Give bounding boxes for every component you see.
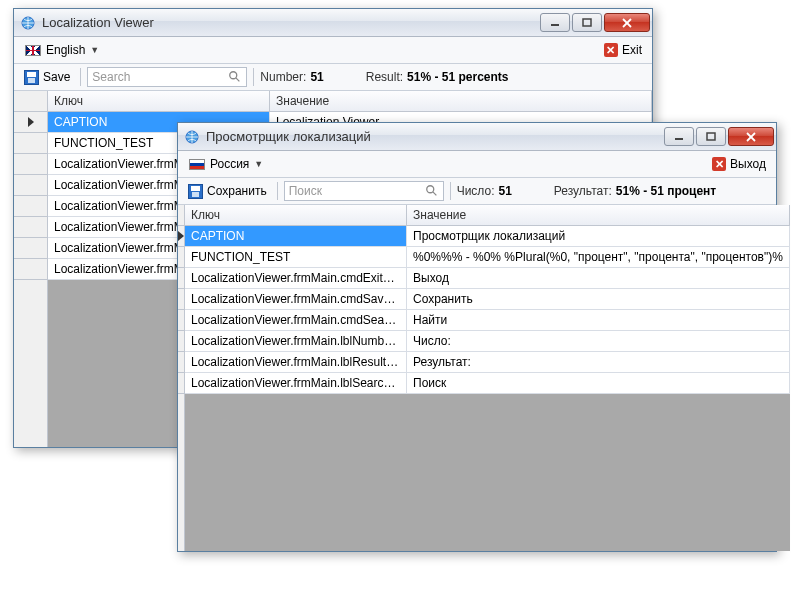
language-dropdown[interactable]: Россия ▼ [184,154,268,174]
column-value[interactable]: Значение [270,91,652,111]
cell-key[interactable]: LocalizationViewer.frmMain.cmdSave_Text [185,289,407,309]
maximize-button[interactable] [696,127,726,146]
table-row[interactable]: LocalizationViewer.frmMain.lblResult_Tex… [185,352,790,373]
toolbar-main: Сохранить Поиск Число: 51 Результат: 51%… [178,178,776,205]
data-grid: Ключ Значение CAPTIONПросмотрщик локализ… [178,205,776,551]
minimize-button[interactable] [664,127,694,146]
exit-icon: ✕ [604,43,618,57]
table-row[interactable]: LocalizationViewer.frmMain.cmdSave_TextС… [185,289,790,310]
number-label: Number: [260,70,306,84]
table-row[interactable]: CAPTIONПросмотрщик локализаций [185,226,790,247]
table-row[interactable]: LocalizationViewer.frmMain.lblNumber_Tex… [185,331,790,352]
result-label: Result: [366,70,403,84]
cell-value[interactable]: Найти [407,310,790,330]
search-input[interactable]: Поиск [284,181,444,201]
window-russian: Просмотрщик локализаций Россия ▼ ✕ Выход… [177,122,777,552]
svg-point-12 [426,186,433,193]
svg-line-6 [236,78,240,82]
save-label: Сохранить [207,184,267,198]
cell-value[interactable]: %0%%% - %0% %Plural(%0, "процент", "проц… [407,247,790,267]
column-key[interactable]: Ключ [48,91,270,111]
window-controls [664,127,774,146]
result-display: Результат: 51% - 51 процент [554,184,716,198]
titlebar[interactable]: Localization Viewer [14,9,652,37]
search-icon [425,184,439,198]
cell-key[interactable]: FUNCTION_TEST [185,247,407,267]
cell-value[interactable]: Результат: [407,352,790,372]
number-display: Число: 51 [457,184,512,198]
row-indicator [14,91,47,112]
grid-body: Ключ Значение CAPTIONПросмотрщик локализ… [185,205,790,551]
search-icon [228,70,242,84]
svg-rect-9 [707,133,715,140]
cell-value[interactable]: Сохранить [407,289,790,309]
save-icon [24,70,39,85]
cell-key[interactable]: LocalizationViewer.frmMain.cmdSearch_Tex… [185,310,407,330]
maximize-button[interactable] [572,13,602,32]
save-icon [188,184,203,199]
search-input[interactable]: Search [87,67,247,87]
cell-value[interactable]: Просмотрщик локализаций [407,226,790,246]
current-row-indicator [178,226,184,247]
chevron-down-icon: ▼ [254,159,263,169]
cell-key[interactable]: LocalizationViewer.frmMain.lblNumber_Tex… [185,331,407,351]
window-controls [540,13,650,32]
number-label: Число: [457,184,495,198]
cell-value[interactable]: Число: [407,331,790,351]
flag-ru-icon [189,159,205,170]
language-label: Россия [210,157,249,171]
app-icon [20,15,36,31]
close-button[interactable] [604,13,650,32]
row-header-gutter [178,205,185,551]
window-title: Просмотрщик локализаций [206,129,664,144]
toolbar-language: Россия ▼ ✕ Выход [178,151,776,178]
cell-key[interactable]: LocalizationViewer.frmMain.lblResult_Tex… [185,352,407,372]
separator [450,182,451,200]
cell-key[interactable]: CAPTION [185,226,407,246]
number-value: 51 [499,184,512,198]
separator [277,182,278,200]
toolbar-language: English ▼ ✕ Exit [14,37,652,64]
column-value[interactable]: Значение [407,205,790,225]
language-dropdown[interactable]: English ▼ [20,40,104,60]
result-display: Result: 51% - 51 percents [366,70,509,84]
search-placeholder: Поиск [289,184,425,198]
close-button[interactable] [728,127,774,146]
titlebar[interactable]: Просмотрщик локализаций [178,123,776,151]
exit-label: Выход [730,157,766,171]
save-button[interactable]: Сохранить [184,182,271,201]
search-placeholder: Search [92,70,228,84]
table-row[interactable]: LocalizationViewer.frmMain.cmdSearch_Tex… [185,310,790,331]
exit-icon: ✕ [712,157,726,171]
window-title: Localization Viewer [42,15,540,30]
result-label: Результат: [554,184,612,198]
cell-key[interactable]: LocalizationViewer.frmMain.cmdExit_Text [185,268,407,288]
row-indicator [178,205,184,226]
result-value: 51% - 51 процент [616,184,716,198]
result-value: 51% - 51 percents [407,70,508,84]
table-row[interactable]: LocalizationViewer.frmMain.lblSearch_Tex… [185,373,790,394]
svg-point-5 [230,72,237,79]
table-row[interactable]: LocalizationViewer.frmMain.cmdExit_TextВ… [185,268,790,289]
row-header-gutter [14,91,48,447]
number-display: Number: 51 [260,70,323,84]
cell-key[interactable]: LocalizationViewer.frmMain.lblSearch_Tex… [185,373,407,393]
grid-header: Ключ Значение [48,91,652,112]
save-label: Save [43,70,70,84]
svg-line-13 [433,192,437,196]
exit-label: Exit [622,43,642,57]
save-button[interactable]: Save [20,68,74,87]
table-row[interactable]: FUNCTION_TEST%0%%% - %0% %Plural(%0, "пр… [185,247,790,268]
cell-value[interactable]: Выход [407,268,790,288]
separator [253,68,254,86]
cell-value[interactable]: Поиск [407,373,790,393]
column-key[interactable]: Ключ [185,205,407,225]
exit-button[interactable]: ✕ Выход [708,155,770,173]
number-value: 51 [310,70,323,84]
grid-header: Ключ Значение [185,205,790,226]
flag-uk-icon [25,45,41,56]
language-label: English [46,43,85,57]
toolbar-main: Save Search Number: 51 Result: 51% - 51 … [14,64,652,91]
exit-button[interactable]: ✕ Exit [600,41,646,59]
minimize-button[interactable] [540,13,570,32]
